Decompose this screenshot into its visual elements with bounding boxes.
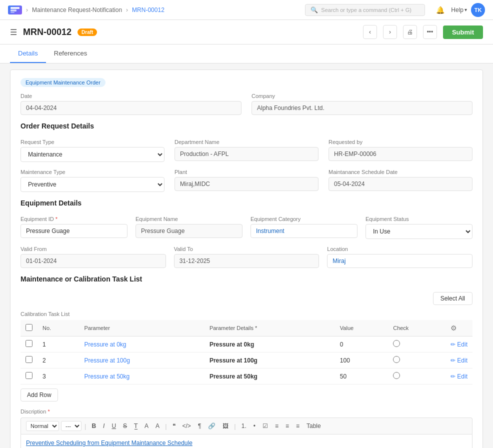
table-row: 2 Pressure at 100g Pressure at 100g 100 … <box>20 352 472 368</box>
next-record-button[interactable]: › <box>383 25 397 39</box>
row-3-check[interactable] <box>393 372 400 379</box>
row-1-edit-button[interactable]: ✏ Edit <box>450 341 468 348</box>
row-1-check[interactable] <box>393 340 400 347</box>
help-button[interactable]: Help ▾ <box>451 6 467 14</box>
maintenance-schedule-date-group: Maintanance Schedule Date <box>328 169 472 192</box>
description-content[interactable]: Preventive Scheduling from Equipment Mai… <box>20 434 472 448</box>
plant-input[interactable] <box>174 177 318 191</box>
requested-by-group: Requested by <box>328 139 472 162</box>
sidebar-toggle-button[interactable]: ☰ <box>10 28 17 37</box>
more-options-button[interactable]: ••• <box>423 25 437 39</box>
col-check: Check <box>388 320 446 336</box>
valid-from-label: Valid From <box>20 246 166 252</box>
valid-to-label: Valid To <box>174 246 320 252</box>
edit-icon: ✏ <box>450 341 456 348</box>
align-center-button[interactable]: ≡ <box>283 422 292 430</box>
align-right-button[interactable]: ≡ <box>294 422 302 430</box>
task-list-section-title: Maintenance or Calibration Task List <box>20 275 472 285</box>
prev-record-button[interactable]: ‹ <box>363 25 377 39</box>
text-style-select[interactable]: Normal <box>26 421 59 431</box>
gear-icon[interactable]: ⚙ <box>450 324 457 332</box>
row-2-check[interactable] <box>393 356 400 363</box>
italic-button[interactable]: I <box>100 422 107 430</box>
equipment-category-input[interactable] <box>250 224 358 238</box>
select-all-button[interactable]: Select All <box>433 292 472 305</box>
row-1-checkbox[interactable] <box>26 340 32 347</box>
company-field-group: Company <box>252 93 472 115</box>
toolbar-sep-2: | <box>165 422 166 430</box>
maintenance-schedule-date-label: Maintanance Schedule Date <box>328 169 472 175</box>
add-row-button[interactable]: Add Row <box>20 388 58 402</box>
search-icon: 🔍 <box>310 6 318 14</box>
ordered-list-button[interactable]: 1. <box>239 422 249 430</box>
valid-to-input[interactable] <box>174 254 320 268</box>
equipment-status-select[interactable]: In Use <box>366 224 472 239</box>
paragraph-button[interactable]: ¶ <box>196 422 204 430</box>
global-search[interactable]: 🔍 Search or type a command (Ctrl + G) <box>305 4 425 16</box>
dept-name-input[interactable] <box>174 147 318 161</box>
font-color-button[interactable]: A <box>142 422 151 430</box>
print-button[interactable]: 🖨 <box>403 25 417 39</box>
request-type-select[interactable]: Maintenance <box>20 147 164 162</box>
clear-format-button[interactable]: T̲ <box>132 422 140 430</box>
tab-details[interactable]: Details <box>10 44 46 63</box>
equipment-name-group: Equipment Name <box>136 216 242 239</box>
col-parameter-details: Parameter Details * <box>204 320 335 336</box>
quote-button[interactable]: ❝ <box>170 422 178 430</box>
link-button[interactable]: 🔗 <box>206 422 218 430</box>
table-body: 1 Pressure at 0kg Pressure at 0kg 0 ✏ Ed… <box>20 336 472 384</box>
row-2-checkbox[interactable] <box>26 356 32 363</box>
checklist-button[interactable]: ☑ <box>260 422 270 430</box>
row-1-parameter[interactable]: Pressure at 0kg <box>84 341 126 348</box>
bg-color-button[interactable]: A <box>153 422 162 430</box>
select-all-checkbox[interactable] <box>26 324 32 331</box>
equipment-id-input[interactable] <box>20 224 128 238</box>
edit-icon: ✏ <box>450 357 456 364</box>
image-button[interactable]: 🖼 <box>220 422 231 430</box>
valid-from-input[interactable] <box>20 254 166 268</box>
location-input[interactable] <box>327 254 472 268</box>
request-type-group: Request Type Maintenance <box>20 139 164 162</box>
description-link-text[interactable]: Maintanance Schedule <box>132 440 192 446</box>
row-3-checkbox[interactable] <box>26 372 32 379</box>
row-3-parameter[interactable]: Pressure at 50kg <box>84 373 130 380</box>
requested-by-input[interactable] <box>328 147 472 161</box>
table-row: 3 Pressure at 50kg Pressure at 50kg 50 ✏… <box>20 368 472 384</box>
plant-group: Plant <box>174 169 318 192</box>
code-button[interactable]: </> <box>180 422 194 430</box>
user-avatar[interactable]: TK <box>471 3 485 17</box>
tab-bar: Details References <box>0 44 493 64</box>
company-input[interactable] <box>252 101 472 115</box>
bold-button[interactable]: B <box>89 422 98 430</box>
align-left-button[interactable]: ≡ <box>272 422 281 430</box>
top-nav-actions: 🔔 Help ▾ TK <box>433 3 485 17</box>
line-style-select[interactable]: --- <box>61 421 82 431</box>
row-2-edit-button[interactable]: ✏ Edit <box>450 357 468 364</box>
description-required: * <box>48 408 50 414</box>
notification-bell-button[interactable]: 🔔 <box>433 3 447 17</box>
equipment-name-input[interactable] <box>136 224 242 238</box>
row-3-no: 3 <box>38 368 79 384</box>
maintenance-type-select[interactable]: Preventive <box>20 177 164 192</box>
col-no: No. <box>38 320 79 336</box>
unordered-list-button[interactable]: • <box>251 422 258 430</box>
row-2-parameter[interactable]: Pressure at 100g <box>84 357 130 364</box>
underline-button[interactable]: U <box>109 422 118 430</box>
location-group: Location <box>327 246 472 268</box>
date-input[interactable] <box>20 101 242 115</box>
table-button[interactable]: Table <box>304 422 324 430</box>
row-3-edit-button[interactable]: ✏ Edit <box>450 373 468 380</box>
svg-rect-1 <box>10 10 16 12</box>
maintenance-schedule-date-input[interactable] <box>328 177 472 191</box>
order-request-row-2: Maintenance Type Preventive Plant Mainta… <box>20 169 472 192</box>
row-2-parameter-details: Pressure at 100g <box>210 357 258 364</box>
tab-references[interactable]: References <box>46 44 95 63</box>
equipment-id-group: Equipment ID * <box>20 216 128 239</box>
equipment-category-group: Equipment Category <box>250 216 358 239</box>
svg-rect-2 <box>10 12 14 13</box>
submit-button[interactable]: Submit <box>443 26 483 39</box>
breadcrumb-parent[interactable]: Maintenance Request-Notification <box>32 6 122 14</box>
calibration-task-list-label: Calibration Task List <box>20 311 472 317</box>
strikethrough-button[interactable]: S <box>120 422 130 430</box>
task-list-header: Select All <box>20 292 472 305</box>
